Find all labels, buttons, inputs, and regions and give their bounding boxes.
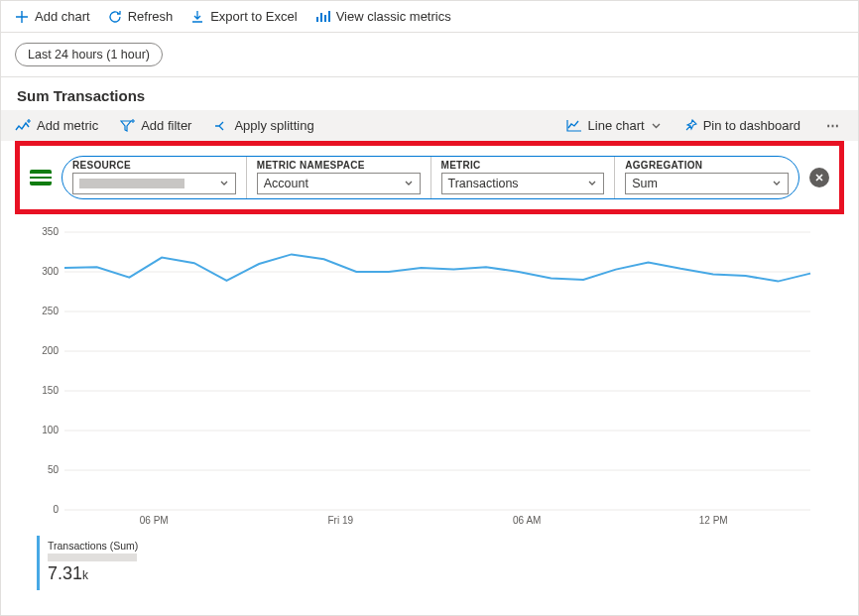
- summary-area: Transactions (Sum) 7.31k: [1, 534, 858, 590]
- add-metric-button[interactable]: Add metric: [15, 118, 98, 133]
- metric-selector: METRIC Transactions: [431, 157, 616, 198]
- resource-label: RESOURCE: [72, 160, 236, 171]
- aggregation-dropdown[interactable]: Sum: [625, 173, 789, 194]
- add-metric-label: Add metric: [37, 118, 98, 133]
- chart-type-label: Line chart: [588, 118, 645, 133]
- chevron-down-icon: [219, 179, 229, 188]
- svg-text:350: 350: [42, 226, 59, 237]
- namespace-selector: METRIC NAMESPACE Account: [247, 157, 431, 198]
- line-chart-icon: [566, 119, 582, 132]
- namespace-label: METRIC NAMESPACE: [257, 160, 421, 171]
- svg-text:100: 100: [42, 425, 59, 435]
- pin-icon: [683, 119, 697, 133]
- resource-selector: RESOURCE x: [62, 157, 247, 198]
- refresh-icon: [108, 10, 122, 24]
- svg-text:200: 200: [42, 345, 59, 356]
- apply-split-label: Apply splitting: [234, 118, 313, 133]
- chart-toolbar: Add metric Add filter Apply splitting Li…: [1, 110, 858, 141]
- aggregation-selector: AGGREGATION Sum: [615, 157, 798, 198]
- svg-text:06 AM: 06 AM: [513, 515, 541, 526]
- metric-selector-group: RESOURCE x METRIC NAMESPACE Account METR…: [61, 156, 799, 199]
- more-options-button[interactable]: ⋯: [822, 118, 844, 133]
- pin-dashboard-button[interactable]: Pin to dashboard: [683, 118, 800, 133]
- summary-placeholder: [48, 554, 137, 561]
- resource-dropdown[interactable]: x: [72, 173, 236, 194]
- filter-icon: [120, 119, 135, 133]
- svg-text:12 PM: 12 PM: [699, 515, 728, 526]
- namespace-value: Account: [264, 177, 308, 190]
- bar-chart-icon: [315, 10, 330, 24]
- chart-type-dropdown[interactable]: Line chart: [566, 118, 662, 133]
- chart-title: Sum Transactions: [1, 77, 858, 110]
- remove-metric-button[interactable]: [809, 168, 829, 187]
- svg-text:0: 0: [53, 504, 59, 515]
- chevron-down-icon: [587, 179, 597, 188]
- time-range-row: Last 24 hours (1 hour): [1, 33, 858, 77]
- metric-value: Transactions: [448, 177, 519, 190]
- chevron-down-icon: [651, 120, 662, 131]
- apply-splitting-button[interactable]: Apply splitting: [213, 118, 313, 133]
- split-icon: [213, 119, 228, 133]
- metric-dropdown[interactable]: Transactions: [441, 173, 605, 194]
- download-icon: [190, 10, 204, 24]
- plus-icon: [15, 10, 29, 24]
- metric-selector-highlight: RESOURCE x METRIC NAMESPACE Account METR…: [15, 141, 844, 214]
- metric-label: METRIC: [441, 160, 605, 171]
- add-metric-icon: [15, 119, 31, 133]
- namespace-dropdown[interactable]: Account: [257, 173, 421, 194]
- svg-text:250: 250: [42, 306, 59, 316]
- chevron-down-icon: [404, 179, 414, 188]
- svg-text:300: 300: [42, 266, 59, 277]
- svg-text:50: 50: [48, 464, 60, 475]
- add-filter-label: Add filter: [141, 118, 191, 133]
- svg-text:Fri 19: Fri 19: [327, 515, 353, 526]
- summary-label: Transactions (Sum): [48, 540, 178, 552]
- classic-metrics-button[interactable]: View classic metrics: [315, 9, 451, 24]
- chevron-down-icon: [772, 179, 782, 188]
- export-label: Export to Excel: [210, 9, 297, 24]
- add-chart-label: Add chart: [35, 9, 90, 24]
- summary-unit: k: [82, 568, 88, 582]
- export-button[interactable]: Export to Excel: [190, 9, 297, 24]
- summary-number: 7.31: [48, 563, 82, 583]
- summary-value: 7.31k: [48, 563, 178, 584]
- add-chart-button[interactable]: Add chart: [15, 9, 90, 24]
- resource-type-icon: [30, 170, 52, 185]
- pin-label: Pin to dashboard: [703, 118, 800, 133]
- add-filter-button[interactable]: Add filter: [120, 118, 191, 133]
- aggregation-label: AGGREGATION: [625, 160, 789, 171]
- svg-text:06 PM: 06 PM: [140, 515, 169, 526]
- classic-label: View classic metrics: [336, 9, 451, 24]
- command-bar: Add chart Refresh Export to Excel View c…: [1, 1, 858, 33]
- line-chart: 05010015020025030035006 PMFri 1906 AM12 …: [37, 226, 820, 534]
- chart-area: 05010015020025030035006 PMFri 1906 AM12 …: [1, 222, 858, 534]
- svg-text:150: 150: [42, 385, 59, 396]
- refresh-button[interactable]: Refresh: [108, 9, 174, 24]
- refresh-label: Refresh: [128, 9, 174, 24]
- time-range-pill[interactable]: Last 24 hours (1 hour): [15, 43, 163, 66]
- close-icon: [814, 173, 824, 183]
- summary-card: Transactions (Sum) 7.31k: [37, 536, 185, 590]
- time-range-text: Last 24 hours (1 hour): [28, 48, 150, 62]
- aggregation-value: Sum: [632, 177, 658, 190]
